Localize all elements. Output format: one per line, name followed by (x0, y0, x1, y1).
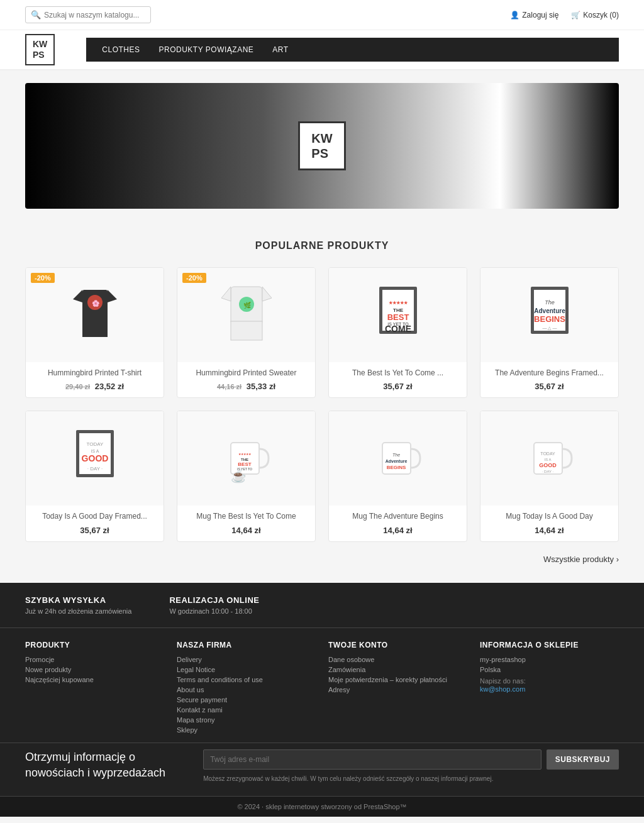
footer-link-stores[interactable]: Sklepy (177, 726, 316, 734)
product-card-2[interactable]: -20% 🌿 Hummingbird Printed Sweater 44,16… (177, 267, 316, 399)
footer-link-about[interactable]: About us (177, 686, 316, 693)
hero-banner: KW PS (25, 83, 619, 209)
newsletter-subscribe-button[interactable]: SUBSKRYBUJ (547, 749, 619, 770)
footer-link-poland[interactable]: Polska (480, 666, 619, 673)
nav-bar: KW PS CLOTHES PRODUKTY POWIĄZANE ART (0, 30, 644, 70)
footer-link-new[interactable]: Nowe produkty (25, 666, 164, 673)
newsletter-form: SUBSKRYBUJ Możesz zrezygnować w każdej c… (203, 749, 619, 783)
nav-clothes[interactable]: CLOTHES (92, 38, 149, 62)
footer-feature-shipping: SZYBKA WYSYŁKA Już w 24h od złożenia zam… (25, 595, 131, 615)
footer-email-link[interactable]: kw@shop.com (480, 685, 619, 693)
top-bar: 🔍 👤 Zaloguj się 🛒 Koszyk (0) (0, 0, 644, 30)
product-price-7: 14,64 zł (335, 526, 460, 535)
logo: KW PS (25, 34, 55, 65)
product-image-1: -20% 🌸 (26, 268, 164, 362)
nav-art[interactable]: ART (263, 38, 297, 62)
svg-text:BEGINS: BEGINS (386, 465, 406, 470)
footer-link-promotions[interactable]: Promocje (25, 656, 164, 663)
svg-text:☕: ☕ (231, 468, 247, 483)
product-card-6[interactable]: ★★★★★ THE BEST IS YET TO ☕ Mug The Best … (177, 411, 316, 542)
footer-link-terms[interactable]: Terms and conditions of use (177, 676, 316, 683)
product-info-5: Today Is A Good Day Framed... 35,67 zł (26, 505, 164, 541)
cart-link[interactable]: 🛒 Koszyk (0) (571, 11, 619, 19)
product-price-8: 14,64 zł (487, 526, 612, 535)
svg-rect-9 (231, 321, 262, 340)
product-info-4: The Adventure Begins Framed... 35,67 zł (480, 362, 618, 398)
product-info-7: Mug The Adventure Begins 14,64 zł (329, 505, 467, 541)
footer-link-addresses[interactable]: Adresy (328, 686, 467, 693)
product-img-mug1: ★★★★★ THE BEST IS YET TO ☕ (218, 424, 275, 493)
product-img-frame3: TODAY IS A GOOD · DAY · (67, 424, 123, 493)
footer-link-credits[interactable]: Moje potwierdzenia – korekty płatności (328, 676, 467, 683)
svg-text:BEST: BEST (387, 312, 409, 322)
svg-text:BEGINS: BEGINS (534, 314, 565, 324)
svg-text:TODAY: TODAY (540, 451, 555, 456)
svg-marker-7 (221, 287, 231, 301)
product-price-6: 14,64 zł (184, 526, 309, 535)
footer-col-account-title: TWOJE KONTO (328, 641, 467, 649)
product-image-3: ★★★★★ THE BEST IS YET TO COME (329, 268, 467, 362)
footer-link-bestsellers[interactable]: Najczęściej kupowane (25, 676, 164, 683)
footer-link-delivery[interactable]: Delivery (177, 656, 316, 663)
product-badge-1: -20% (31, 273, 55, 283)
nav-related[interactable]: PRODUKTY POWIĄZANE (150, 38, 264, 62)
svg-text:· DAY ·: · DAY · (87, 466, 103, 472)
svg-text:· DAY ·: · DAY · (541, 470, 553, 473)
footer-link-legal[interactable]: Legal Notice (177, 666, 316, 673)
product-image-2: -20% 🌿 (177, 268, 315, 362)
footer-link-personal[interactable]: Dane osobowe (328, 656, 467, 663)
product-price-4: 35,67 zł (487, 382, 612, 391)
all-products-wrap: Wszystkie produkty › (25, 555, 619, 564)
product-img-tshirt: 🌸 (67, 280, 123, 350)
product-card-4[interactable]: The Adventure BEGINS — △ — The Adventure… (480, 267, 619, 399)
search-input[interactable] (44, 11, 145, 19)
footer-link-contact[interactable]: Kontakt z nami (177, 706, 316, 714)
footer-link-prestashop[interactable]: my-prestashop (480, 656, 619, 663)
search-box[interactable]: 🔍 (25, 6, 151, 23)
newsletter-heading-line2: nowościach i wyprzedażach (25, 766, 165, 779)
product-card-7[interactable]: The Adventure BEGINS Mug The Adventure B… (328, 411, 467, 542)
product-card-8[interactable]: TODAY IS A GOOD · DAY · Mug Today Is A G… (480, 411, 619, 542)
footer-link-payment[interactable]: Secure payment (177, 696, 316, 704)
footer-col-account: TWOJE KONTO Dane osobowe Zamówienia Moje… (328, 641, 467, 736)
copyright-text: © 2024 · sklep internetowy stworzony od … (237, 803, 406, 810)
product-image-8: TODAY IS A GOOD · DAY · (480, 411, 618, 505)
products-section: POPULARNE PRODUKTY -20% 🌸 Hummingbird Pr… (0, 221, 644, 583)
product-badge-2: -20% (182, 273, 206, 283)
product-name-6: Mug The Best Is Yet To Come (184, 512, 309, 522)
footer-main: PRODUKTY Promocje Nowe produkty Najczęśc… (0, 627, 644, 743)
product-name-3: The Best Is Yet To Come ... (335, 368, 460, 378)
svg-text:★★★★★: ★★★★★ (389, 301, 408, 305)
all-products-link[interactable]: Wszystkie produkty › (543, 555, 619, 564)
newsletter-email-input[interactable] (203, 749, 541, 770)
product-card-1[interactable]: -20% 🌸 Hummingbird Printed T-shirt 29,40… (25, 267, 164, 399)
svg-marker-1 (73, 290, 82, 302)
feature1-title: SZYBKA WYSYŁKA (25, 595, 131, 605)
svg-marker-8 (262, 287, 272, 301)
feature1-desc: Już w 24h od złożenia zamówienia (25, 607, 131, 615)
svg-text:🌿: 🌿 (243, 301, 252, 309)
footer-link-orders[interactable]: Zamówienia (328, 666, 467, 673)
top-actions: 👤 Zaloguj się 🛒 Koszyk (0) (510, 11, 619, 19)
product-image-7: The Adventure BEGINS (329, 411, 467, 505)
product-info-8: Mug Today Is A Good Day 14,64 zł (480, 505, 618, 541)
product-info-2: Hummingbird Printed Sweater 44,16 zł 35,… (177, 362, 315, 398)
footer-col-products-title: PRODUKTY (25, 641, 164, 649)
product-image-5: TODAY IS A GOOD · DAY · (26, 411, 164, 505)
product-card-3[interactable]: ★★★★★ THE BEST IS YET TO COME The Best I… (328, 267, 467, 399)
footer-link-sitemap[interactable]: Mapa strony (177, 716, 316, 724)
product-price-1: 29,40 zł 23,52 zł (32, 382, 157, 391)
product-img-sweater: 🌿 (218, 280, 275, 350)
svg-text:— △ —: — △ — (542, 326, 557, 330)
footer-col-company-title: NASZA FIRMA (177, 641, 316, 649)
product-price-3: 35,67 zł (335, 382, 460, 391)
product-image-6: ★★★★★ THE BEST IS YET TO ☕ (177, 411, 315, 505)
product-card-5[interactable]: TODAY IS A GOOD · DAY · Today Is A Good … (25, 411, 164, 542)
login-link[interactable]: 👤 Zaloguj się (510, 11, 558, 19)
product-name-7: Mug The Adventure Begins (335, 512, 460, 522)
svg-text:The: The (545, 299, 555, 306)
product-name-4: The Adventure Begins Framed... (487, 368, 612, 378)
feature2-desc: W godzinach 10:00 - 18:00 (169, 607, 259, 615)
footer-newsletter: Otrzymuj informację o nowościach i wyprz… (0, 743, 644, 796)
svg-text:IS A: IS A (91, 449, 99, 453)
